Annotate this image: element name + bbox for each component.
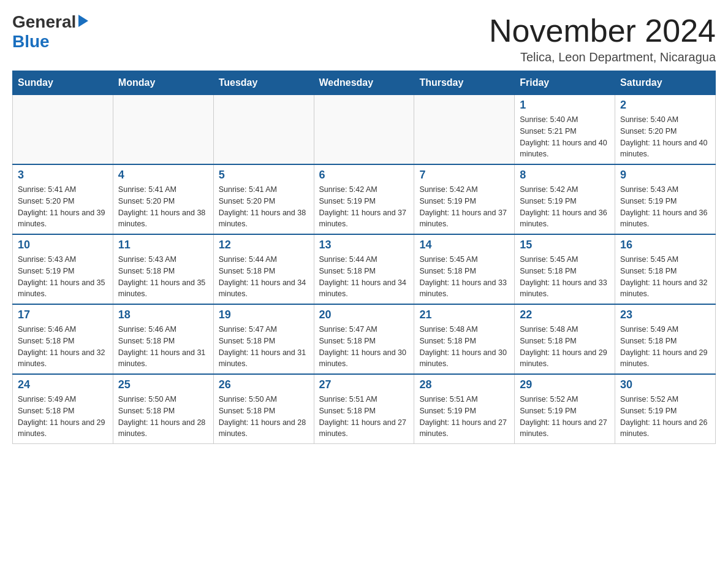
day-info: Sunrise: 5:50 AM Sunset: 5:18 PM Dayligh… [219, 394, 309, 440]
day-number: 24 [18, 378, 108, 391]
calendar-cell: 30Sunrise: 5:52 AM Sunset: 5:19 PM Dayli… [615, 374, 716, 444]
calendar-cell: 4Sunrise: 5:41 AM Sunset: 5:20 PM Daylig… [113, 164, 213, 234]
day-number: 26 [219, 378, 309, 391]
calendar-cell: 15Sunrise: 5:45 AM Sunset: 5:18 PM Dayli… [515, 234, 615, 304]
day-number: 27 [319, 378, 409, 391]
calendar-table: SundayMondayTuesdayWednesdayThursdayFrid… [12, 71, 716, 444]
day-info: Sunrise: 5:46 AM Sunset: 5:18 PM Dayligh… [118, 324, 208, 370]
day-number: 20 [319, 308, 409, 321]
calendar-cell: 25Sunrise: 5:50 AM Sunset: 5:18 PM Dayli… [113, 374, 213, 444]
calendar-cell: 28Sunrise: 5:51 AM Sunset: 5:19 PM Dayli… [414, 374, 515, 444]
day-number: 25 [118, 378, 208, 391]
day-number: 29 [520, 378, 610, 391]
day-number: 4 [118, 169, 208, 182]
day-number: 11 [118, 239, 208, 251]
calendar-cell: 12Sunrise: 5:44 AM Sunset: 5:18 PM Dayli… [213, 234, 314, 304]
day-info: Sunrise: 5:46 AM Sunset: 5:18 PM Dayligh… [18, 324, 108, 370]
day-info: Sunrise: 5:40 AM Sunset: 5:20 PM Dayligh… [620, 114, 710, 160]
day-number: 19 [219, 308, 309, 321]
day-info: Sunrise: 5:45 AM Sunset: 5:18 PM Dayligh… [520, 254, 610, 300]
day-number: 28 [419, 378, 509, 391]
day-info: Sunrise: 5:52 AM Sunset: 5:19 PM Dayligh… [620, 394, 710, 440]
day-number: 15 [520, 239, 610, 251]
day-info: Sunrise: 5:42 AM Sunset: 5:19 PM Dayligh… [319, 184, 409, 230]
calendar-cell [213, 95, 314, 165]
day-info: Sunrise: 5:50 AM Sunset: 5:18 PM Dayligh… [118, 394, 208, 440]
day-info: Sunrise: 5:47 AM Sunset: 5:18 PM Dayligh… [319, 324, 409, 370]
logo-blue-text: Blue [12, 32, 50, 52]
title-section: November 2024 Telica, Leon Department, N… [489, 12, 716, 64]
day-info: Sunrise: 5:45 AM Sunset: 5:18 PM Dayligh… [620, 254, 710, 300]
calendar-cell: 13Sunrise: 5:44 AM Sunset: 5:18 PM Dayli… [314, 234, 414, 304]
calendar-cell: 10Sunrise: 5:43 AM Sunset: 5:19 PM Dayli… [13, 234, 113, 304]
calendar-cell: 8Sunrise: 5:42 AM Sunset: 5:19 PM Daylig… [515, 164, 615, 234]
month-title: November 2024 [489, 12, 716, 49]
calendar-cell [113, 95, 213, 165]
day-number: 9 [620, 169, 710, 182]
day-info: Sunrise: 5:42 AM Sunset: 5:19 PM Dayligh… [520, 184, 610, 230]
day-of-week-header: Wednesday [314, 71, 414, 95]
calendar-cell: 9Sunrise: 5:43 AM Sunset: 5:19 PM Daylig… [615, 164, 716, 234]
calendar-cell [13, 95, 113, 165]
day-info: Sunrise: 5:40 AM Sunset: 5:21 PM Dayligh… [520, 114, 610, 160]
day-info: Sunrise: 5:47 AM Sunset: 5:18 PM Dayligh… [219, 324, 309, 370]
day-number: 3 [18, 169, 108, 182]
day-of-week-header: Friday [515, 71, 615, 95]
calendar-cell: 23Sunrise: 5:49 AM Sunset: 5:18 PM Dayli… [615, 304, 716, 374]
day-info: Sunrise: 5:49 AM Sunset: 5:18 PM Dayligh… [18, 394, 108, 440]
calendar-cell: 11Sunrise: 5:43 AM Sunset: 5:18 PM Dayli… [113, 234, 213, 304]
day-number: 22 [520, 308, 610, 321]
day-number: 10 [18, 239, 108, 251]
logo-general-text: General [12, 12, 76, 32]
day-info: Sunrise: 5:41 AM Sunset: 5:20 PM Dayligh… [118, 184, 208, 230]
day-info: Sunrise: 5:43 AM Sunset: 5:18 PM Dayligh… [118, 254, 208, 300]
day-number: 5 [219, 169, 309, 182]
day-number: 6 [319, 169, 409, 182]
calendar-cell: 6Sunrise: 5:42 AM Sunset: 5:19 PM Daylig… [314, 164, 414, 234]
day-info: Sunrise: 5:41 AM Sunset: 5:20 PM Dayligh… [219, 184, 309, 230]
day-number: 8 [520, 169, 610, 182]
logo: General Blue [12, 12, 88, 52]
day-number: 13 [319, 239, 409, 251]
day-number: 1 [520, 99, 610, 112]
day-number: 2 [620, 99, 710, 112]
calendar-cell: 3Sunrise: 5:41 AM Sunset: 5:20 PM Daylig… [13, 164, 113, 234]
calendar-cell: 27Sunrise: 5:51 AM Sunset: 5:18 PM Dayli… [314, 374, 414, 444]
day-info: Sunrise: 5:51 AM Sunset: 5:18 PM Dayligh… [319, 394, 409, 440]
day-info: Sunrise: 5:48 AM Sunset: 5:18 PM Dayligh… [520, 324, 610, 370]
day-of-week-header: Thursday [414, 71, 515, 95]
day-info: Sunrise: 5:48 AM Sunset: 5:18 PM Dayligh… [419, 324, 509, 370]
calendar-cell: 2Sunrise: 5:40 AM Sunset: 5:20 PM Daylig… [615, 95, 716, 165]
calendar-cell: 21Sunrise: 5:48 AM Sunset: 5:18 PM Dayli… [414, 304, 515, 374]
day-number: 23 [620, 308, 710, 321]
day-info: Sunrise: 5:42 AM Sunset: 5:19 PM Dayligh… [419, 184, 509, 230]
day-of-week-header: Saturday [615, 71, 716, 95]
location-text: Telica, Leon Department, Nicaragua [489, 50, 716, 64]
day-info: Sunrise: 5:45 AM Sunset: 5:18 PM Dayligh… [419, 254, 509, 300]
day-number: 7 [419, 169, 509, 182]
calendar-cell: 22Sunrise: 5:48 AM Sunset: 5:18 PM Dayli… [515, 304, 615, 374]
logo-arrow-icon [78, 15, 88, 27]
calendar-cell: 18Sunrise: 5:46 AM Sunset: 5:18 PM Dayli… [113, 304, 213, 374]
day-of-week-header: Monday [113, 71, 213, 95]
calendar-cell: 5Sunrise: 5:41 AM Sunset: 5:20 PM Daylig… [213, 164, 314, 234]
day-info: Sunrise: 5:51 AM Sunset: 5:19 PM Dayligh… [419, 394, 509, 440]
calendar-cell: 16Sunrise: 5:45 AM Sunset: 5:18 PM Dayli… [615, 234, 716, 304]
day-info: Sunrise: 5:44 AM Sunset: 5:18 PM Dayligh… [219, 254, 309, 300]
day-of-week-header: Tuesday [213, 71, 314, 95]
calendar-cell: 19Sunrise: 5:47 AM Sunset: 5:18 PM Dayli… [213, 304, 314, 374]
calendar-cell: 14Sunrise: 5:45 AM Sunset: 5:18 PM Dayli… [414, 234, 515, 304]
page-header: General Blue November 2024 Telica, Leon … [12, 12, 716, 64]
calendar-week-row: 24Sunrise: 5:49 AM Sunset: 5:18 PM Dayli… [13, 374, 716, 444]
calendar-cell [414, 95, 515, 165]
calendar-cell: 26Sunrise: 5:50 AM Sunset: 5:18 PM Dayli… [213, 374, 314, 444]
calendar-header-row: SundayMondayTuesdayWednesdayThursdayFrid… [13, 71, 716, 95]
calendar-week-row: 1Sunrise: 5:40 AM Sunset: 5:21 PM Daylig… [13, 95, 716, 165]
day-number: 16 [620, 239, 710, 251]
day-info: Sunrise: 5:43 AM Sunset: 5:19 PM Dayligh… [620, 184, 710, 230]
day-info: Sunrise: 5:41 AM Sunset: 5:20 PM Dayligh… [18, 184, 108, 230]
day-info: Sunrise: 5:44 AM Sunset: 5:18 PM Dayligh… [319, 254, 409, 300]
day-number: 30 [620, 378, 710, 391]
day-info: Sunrise: 5:49 AM Sunset: 5:18 PM Dayligh… [620, 324, 710, 370]
calendar-cell: 24Sunrise: 5:49 AM Sunset: 5:18 PM Dayli… [13, 374, 113, 444]
